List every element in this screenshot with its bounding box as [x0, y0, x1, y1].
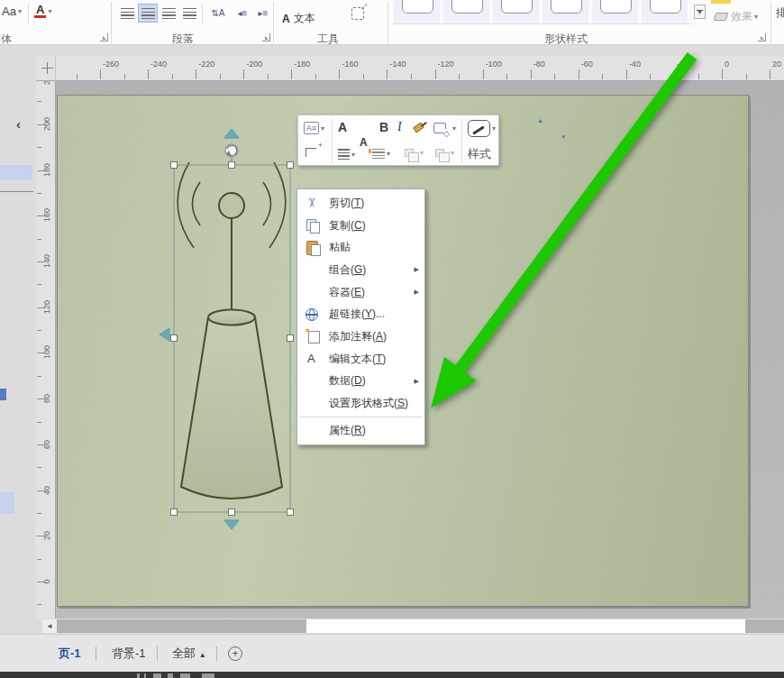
paragraph-button[interactable]: ▾ [372, 149, 390, 159]
change-case-button[interactable]: Aa▾ [2, 5, 22, 18]
shape-style-swatch[interactable] [592, 0, 638, 24]
bullets-button[interactable]: ▾ [338, 149, 355, 160]
all-pages-up-icon: ▲ [199, 651, 206, 659]
textbox-style-button[interactable]: A≡▾ [304, 122, 324, 134]
shape-style-gallery[interactable] [392, 0, 692, 24]
shape-style-swatch[interactable] [493, 0, 539, 24]
menu-item-cut[interactable]: 剪切(T) [297, 192, 424, 215]
v-ruler-label: 0 [41, 575, 52, 588]
h-ruler-label: -60 [581, 60, 593, 69]
menu-item-paste[interactable]: 粘贴 [297, 236, 424, 259]
context-menu-items: 剪切(T)复制(C)粘贴组合(G)▶容器(E)▶超链接(Y)...添加注释(A)… [297, 192, 424, 442]
menu-item-hyperlink[interactable]: 超链接(Y)... [297, 303, 424, 325]
dropdown-icon: ▾ [321, 124, 324, 133]
panel-selection-highlight[interactable] [0, 165, 32, 180]
shape-style-swatch[interactable] [443, 0, 489, 24]
h-ruler-label: 0 [725, 60, 729, 69]
tab-page-1[interactable]: 页-1 [59, 646, 81, 662]
edittext-icon [305, 352, 321, 366]
shrink-font-button[interactable]: A▾ [360, 136, 560, 149]
dropdown-icon: ▾ [492, 124, 496, 133]
cut-icon [305, 196, 321, 210]
style-label: 样式 [468, 146, 491, 162]
all-pages-button[interactable]: 全部 ▲ [172, 646, 206, 662]
status-bar [0, 672, 784, 678]
add-page-button[interactable]: + [228, 646, 242, 661]
text-tool-button[interactable]: A文本 [282, 11, 315, 26]
bold-button[interactable]: B [379, 120, 388, 134]
dropdown-icon: ▾ [351, 151, 355, 159]
visio-window: { "ribbon": { "font_group": {"aa_label":… [0, 0, 784, 678]
shape-fill-button[interactable]: ▾ [433, 123, 456, 133]
tools-group-label: 工具 [317, 32, 339, 47]
horizontal-scrollbar: ◄ [0, 618, 784, 634]
fill-button-partial[interactable] [711, 0, 731, 4]
shape-styles-dialog-launcher[interactable] [758, 33, 766, 41]
format-painter-button[interactable] [414, 124, 424, 131]
menu-item-add-comment[interactable]: 添加注释(A) [297, 325, 424, 348]
h-ruler-label: -160 [342, 60, 358, 69]
italic-button[interactable]: I [397, 120, 402, 134]
h-ruler-label: -100 [486, 60, 502, 69]
decrease-indent-icon: ◂≡ [238, 8, 248, 18]
justify-button[interactable] [179, 4, 199, 23]
selection-area-tool-button[interactable]: ⤢ [351, 7, 364, 20]
blank-icon [305, 374, 321, 389]
panel-selection-highlight[interactable] [0, 492, 14, 514]
align-left-button[interactable] [117, 4, 137, 23]
shape-fill-icon [433, 123, 446, 133]
scroll-left-icon: ◄ [46, 622, 53, 630]
tab-background-1[interactable]: 背景-1 [112, 646, 146, 662]
increase-indent-button[interactable]: ▸≡ [253, 4, 273, 23]
selection-area-icon: ⤢ [351, 7, 364, 20]
scrollbar-track[interactable] [57, 619, 784, 633]
bring-forward-button[interactable]: ▾ [405, 149, 424, 157]
effects-icon [714, 13, 729, 21]
v-ruler-label: 60 [41, 438, 52, 451]
gallery-more-button[interactable]: ▾ [694, 5, 706, 19]
menu-item-data[interactable]: 数据(D)▶ [297, 371, 424, 393]
shape-style-swatch[interactable] [642, 0, 688, 24]
collapse-panel-chevron-icon[interactable]: ‹ [16, 116, 21, 132]
decrease-indent-button[interactable]: ◂≡ [232, 4, 252, 23]
scrollbar-thumb[interactable] [306, 619, 745, 633]
align-center-button[interactable] [138, 4, 158, 23]
font-dialog-launcher[interactable] [100, 33, 108, 41]
menu-item-group[interactable]: 组合(G)▶ [297, 259, 424, 281]
paragraph-dialog-launcher[interactable] [262, 33, 270, 41]
submenu-arrow-icon: ▶ [415, 266, 419, 273]
bring-forward-icon [405, 149, 414, 157]
menu-item-copy[interactable]: 复制(C) [297, 215, 424, 237]
shapes-panel-collapsed: ‹ [0, 46, 36, 618]
menu-item-format-shape[interactable]: 设置形状格式(S) [297, 392, 424, 415]
v-ruler-label: 80 [41, 392, 52, 405]
align-right-button[interactable] [159, 4, 178, 23]
font-color-button[interactable]: A▾ [34, 4, 51, 18]
shape-style-swatch[interactable] [542, 0, 588, 24]
text-direction-icon: ⇅A [211, 8, 224, 18]
font-group-label: 字体 [0, 32, 12, 47]
h-ruler-label: -220 [198, 60, 214, 69]
style-icon [468, 120, 490, 137]
menu-item-label: 复制(C) [329, 218, 366, 234]
h-ruler-label: -80 [533, 60, 545, 69]
menu-item-container[interactable]: 容器(E)▶ [297, 281, 424, 304]
menu-item-properties[interactable]: 属性(R) [297, 419, 424, 442]
dropdown-icon: ▾ [754, 13, 758, 21]
menu-item-edit-text[interactable]: 编辑文本(T) [297, 348, 424, 371]
bullets-icon [338, 149, 350, 160]
v-ruler-label: 40 [41, 484, 52, 497]
effects-button[interactable]: 效果▾ [715, 9, 758, 24]
h-ruler: -260-240-220-200-180-160-140-120-100-80-… [56, 56, 784, 81]
style-button[interactable]: ▾ [468, 120, 496, 137]
scroll-left-button[interactable]: ◄ [42, 619, 57, 633]
next-group-partial-label: 排 [776, 5, 784, 21]
h-ruler-label: -40 [629, 60, 641, 69]
dropdown-icon: ▾ [420, 149, 424, 157]
connector-button[interactable] [305, 148, 316, 157]
shape-style-swatch[interactable] [394, 0, 440, 24]
menu-item-label: 设置形状格式(S) [329, 396, 408, 411]
h-ruler-label: -260 [103, 60, 119, 69]
send-backward-button[interactable]: ▾ [435, 149, 454, 157]
text-direction-button[interactable]: ⇅A [206, 4, 230, 23]
